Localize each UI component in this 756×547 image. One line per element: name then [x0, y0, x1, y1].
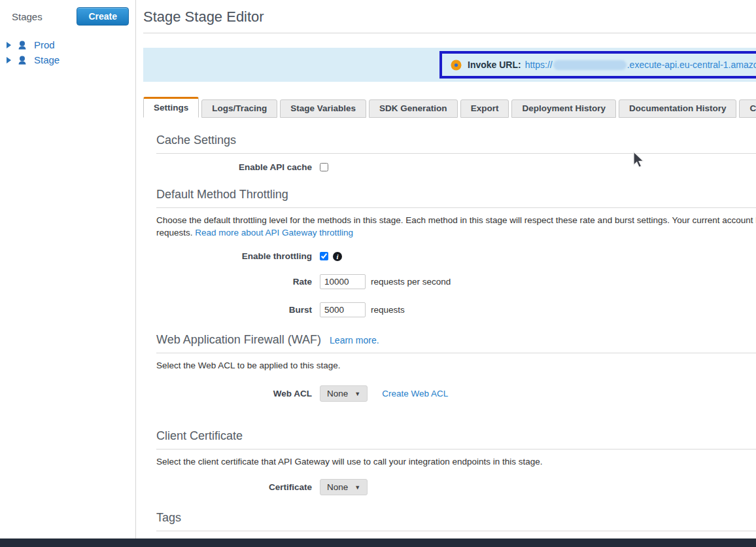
waf-description: Select the Web ACL to be applied to this… — [156, 359, 756, 372]
throttling-description: Choose the default throttling level for … — [156, 214, 756, 239]
caret-down-icon: ▼ — [354, 484, 360, 491]
enable-throttling-checkbox[interactable] — [320, 252, 328, 260]
enable-api-cache-label: Enable API cache — [156, 162, 320, 172]
web-acl-row: Web ACL None▼ Create Web ACL — [156, 385, 756, 402]
enable-throttling-row: Enable throttling i — [156, 251, 756, 261]
burst-input[interactable] — [320, 302, 366, 317]
throttling-title: Default Method Throttling — [156, 188, 756, 202]
tab-export[interactable]: Export — [460, 99, 509, 118]
invoke-url-link[interactable]: https://.execute-api.eu-central-1.amazon… — [525, 60, 756, 71]
burst-label: Burst — [156, 305, 320, 315]
client-certificate-title: Client Certificate — [156, 429, 756, 443]
invoke-bullet-icon — [451, 60, 462, 71]
tab-logs-tracing[interactable]: Logs/Tracing — [201, 99, 277, 118]
rate-input[interactable] — [320, 274, 366, 289]
rate-row: Rate requests per second — [156, 274, 756, 289]
enable-api-cache-row: Enable API cache — [156, 162, 756, 172]
rate-suffix: requests per second — [371, 277, 451, 287]
throttling-read-more-link[interactable]: Read more about API Gateway throttling — [195, 228, 353, 238]
invoke-url-highlight-box: Invoke URL: https://.execute-api.eu-cent… — [439, 51, 756, 79]
title-divider — [143, 33, 756, 33]
stages-tree: Prod Stage — [0, 37, 135, 67]
invoke-url-banner: Invoke URL: https://.execute-api.eu-cent… — [143, 48, 756, 82]
tab-sdk-generation[interactable]: SDK Generation — [369, 99, 458, 118]
stage-link-prod[interactable]: Prod — [34, 39, 55, 50]
expand-caret-icon[interactable] — [7, 42, 11, 48]
burst-row: Burst requests — [156, 302, 756, 317]
section-divider — [156, 207, 756, 208]
page-title: Stage Stage Editor — [143, 0, 756, 33]
enable-throttling-label: Enable throttling — [156, 251, 320, 261]
tab-documentation-history[interactable]: Documentation History — [619, 99, 737, 118]
tab-settings[interactable]: Settings — [143, 97, 199, 118]
certificate-label: Certificate — [156, 482, 320, 492]
invoke-url-label: Invoke URL: — [468, 60, 521, 70]
burst-suffix: requests — [371, 305, 405, 315]
enable-api-cache-checkbox[interactable] — [320, 163, 328, 171]
tree-item-stage[interactable]: Stage — [0, 52, 135, 67]
caret-down-icon: ▼ — [354, 391, 360, 397]
sidebar-title: Stages — [12, 11, 43, 22]
redacted-api-id — [553, 60, 627, 70]
tab-stage-variables[interactable]: Stage Variables — [280, 99, 366, 118]
tab-canary[interactable]: Canary — [739, 99, 756, 118]
stage-editor-panel: Stage Stage Editor Invoke URL: https://.… — [143, 0, 756, 547]
expand-caret-icon[interactable] — [7, 57, 11, 63]
stage-editor-tabs: Settings Logs/Tracing Stage Variables SD… — [143, 97, 756, 118]
create-web-acl-link[interactable]: Create Web ACL — [382, 389, 448, 398]
create-button[interactable]: Create — [77, 7, 129, 26]
certificate-description: Select the client certificate that API G… — [156, 455, 756, 468]
section-divider — [156, 531, 756, 531]
stage-icon — [17, 40, 27, 50]
info-icon[interactable]: i — [333, 252, 342, 261]
tree-item-prod[interactable]: Prod — [0, 37, 135, 52]
stage-icon — [17, 55, 27, 65]
bottom-window-bar — [0, 538, 756, 547]
certificate-dropdown[interactable]: None▼ — [320, 479, 368, 495]
rate-label: Rate — [156, 277, 320, 287]
web-acl-label: Web ACL — [156, 389, 320, 398]
tab-deployment-history[interactable]: Deployment History — [511, 99, 616, 118]
waf-learn-more-link[interactable]: Learn more. — [330, 335, 379, 345]
sidebar-header: Stages Create — [0, 0, 135, 32]
section-divider — [156, 353, 756, 353]
cache-settings-title: Cache Settings — [156, 133, 756, 147]
certificate-row: Certificate None▼ — [156, 479, 756, 495]
waf-title: Web Application Firewall (WAF)Learn more… — [156, 333, 756, 347]
stages-sidebar: Stages Create Prod Stage — [0, 0, 136, 538]
web-acl-dropdown[interactable]: None▼ — [320, 385, 368, 402]
stage-link-stage[interactable]: Stage — [34, 54, 60, 65]
section-divider — [156, 153, 756, 154]
settings-tab-content: Cache Settings Enable API cache Default … — [143, 133, 756, 547]
section-divider — [156, 449, 756, 450]
tags-title: Tags — [156, 511, 756, 525]
